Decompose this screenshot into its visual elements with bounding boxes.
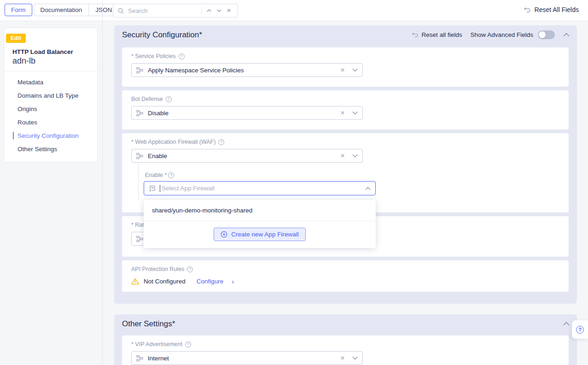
help-icon[interactable]: ? — [166, 96, 172, 102]
chevron-down-icon[interactable] — [352, 154, 358, 158]
bot-defense-label-row: Bot Defense ? — [131, 96, 172, 102]
branch-icon — [136, 67, 143, 74]
vip-advertisement-label: * VIP Advertisement — [131, 341, 182, 347]
sidebar-item-security-configuration[interactable]: Security Configuration — [4, 129, 97, 142]
search-close-icon[interactable]: ✕ — [224, 7, 233, 14]
clear-icon[interactable]: ✕ — [340, 153, 345, 159]
sidebar-divider — [102, 0, 103, 365]
sidebar-item-other-settings[interactable]: Other Settings — [4, 142, 97, 156]
object-nav-card: Edit HTTP Load Balancer adn-lb Metadata … — [4, 28, 98, 162]
service-policies-select[interactable]: Apply Namespace Service Policies ✕ — [131, 63, 363, 77]
help-button[interactable]: ? — [572, 320, 588, 339]
clear-icon[interactable]: ✕ — [340, 355, 345, 361]
toggle-knob — [539, 31, 546, 38]
app-firewall-label-row: Enable * ? — [145, 172, 174, 178]
help-icon: ? — [576, 326, 584, 334]
tab-group: Documentation JSON — [34, 4, 119, 16]
http-lb-edit-page: Form Documentation JSON Search ✕ — [0, 0, 588, 365]
nested-field-connector — [138, 163, 139, 200]
help-icon[interactable]: ? — [168, 172, 174, 178]
object-type-title: HTTP Load Balancer — [12, 48, 73, 55]
tab-form[interactable]: Form — [5, 4, 32, 16]
undo-icon — [412, 32, 419, 38]
reset-section-label: Reset all fields — [422, 31, 462, 38]
app-firewall-select[interactable]: Select App Firewall — [144, 181, 376, 195]
other-settings-title: Other Settings* — [122, 319, 175, 329]
help-icon[interactable]: ? — [185, 341, 191, 347]
bot-defense-select[interactable]: Disable ✕ — [131, 106, 363, 120]
create-app-firewall-label: Create new App Firewall — [231, 231, 298, 238]
warning-icon — [131, 278, 139, 285]
chevron-up-icon[interactable] — [365, 187, 371, 190]
form-add-icon — [149, 185, 156, 192]
text-cursor — [160, 185, 160, 192]
sidebar-item-routes[interactable]: Routes — [4, 116, 97, 129]
tab-documentation[interactable]: Documentation — [34, 4, 89, 16]
search-input[interactable]: Search ✕ — [113, 4, 238, 18]
advanced-fields-label: Show Advanced Fields — [470, 31, 533, 38]
search-next-icon[interactable] — [214, 8, 224, 13]
api-protection-status-row: Not Configured Configure › — [131, 278, 234, 285]
branch-icon — [136, 355, 143, 362]
search-prev-icon[interactable] — [204, 8, 214, 13]
configure-link[interactable]: Configure — [197, 278, 224, 285]
reset-all-fields-label: Reset All Fields — [535, 6, 579, 13]
branch-icon — [136, 110, 143, 117]
advanced-fields-control: Show Advanced Fields — [470, 30, 555, 39]
branch-icon — [136, 235, 143, 242]
app-firewall-dropdown: shared/yun-demo-monitoring-shared Create… — [144, 200, 376, 248]
undo-icon — [524, 6, 531, 13]
reset-section-button[interactable]: Reset all fields — [412, 31, 462, 38]
help-icon[interactable]: ? — [187, 266, 193, 272]
reset-all-fields-button[interactable]: Reset All Fields — [524, 6, 579, 13]
branch-icon — [136, 153, 143, 159]
sidebar-item-metadata[interactable]: Metadata — [4, 76, 97, 89]
waf-label: * Web Application Firewall (WAF) — [131, 139, 215, 145]
chevron-down-icon[interactable] — [352, 111, 358, 115]
dropdown-footer: Create new App Firewall — [144, 221, 376, 247]
api-protection-status: Not Configured — [144, 278, 186, 285]
waf-value: Enable — [148, 153, 340, 159]
waf-select[interactable]: Enable ✕ — [131, 149, 363, 163]
create-app-firewall-button[interactable]: Create new App Firewall — [214, 228, 305, 241]
help-icon[interactable]: ? — [218, 139, 224, 145]
search-placeholder: Search — [128, 7, 199, 14]
chevron-down-icon[interactable] — [352, 356, 358, 360]
search-icon — [117, 7, 124, 14]
other-settings-section: Other Settings* * VIP Advertisement ? In… — [114, 314, 577, 365]
help-icon[interactable]: ? — [179, 53, 185, 59]
vip-advertisement-card: * VIP Advertisement ? Internet ✕ — [122, 336, 569, 365]
clear-icon[interactable]: ✕ — [340, 67, 345, 73]
security-section-title: Security Configuration* — [122, 30, 202, 40]
edit-badge: Edit — [6, 34, 26, 43]
service-policies-label-row: * Service Policies ? — [131, 53, 185, 59]
chevron-right-icon[interactable]: › — [232, 278, 234, 285]
vip-advertisement-select[interactable]: Internet ✕ — [131, 351, 363, 365]
service-policies-value: Apply Namespace Service Policies — [148, 67, 340, 74]
security-header-controls: Reset all fields Show Advanced Fields — [412, 30, 570, 39]
security-configuration-section: Security Configuration* Reset all fields… — [114, 25, 577, 304]
search-divider — [202, 7, 202, 14]
dropdown-option[interactable]: shared/yun-demo-monitoring-shared — [144, 200, 376, 221]
collapse-section-icon[interactable] — [563, 33, 570, 37]
other-settings-header-controls — [563, 322, 570, 326]
app-firewall-placeholder: Select App Firewall — [162, 185, 365, 192]
bot-defense-label: Bot Defense — [131, 96, 163, 102]
chevron-down-icon[interactable] — [352, 68, 358, 72]
service-policies-label: * Service Policies — [131, 53, 176, 59]
sidebar-item-domains-lb-type[interactable]: Domains and LB Type — [4, 89, 97, 102]
clear-icon[interactable]: ✕ — [340, 110, 345, 116]
advanced-fields-toggle[interactable] — [538, 30, 555, 39]
collapse-section-icon[interactable] — [563, 322, 570, 326]
vip-advertisement-value: Internet — [148, 355, 340, 362]
waf-label-row: * Web Application Firewall (WAF) ? — [131, 139, 224, 145]
object-name: adn-lb — [12, 56, 35, 66]
sidebar-card-divider — [4, 71, 97, 71]
vip-label-row: * VIP Advertisement ? — [131, 341, 191, 347]
sidebar-item-origins[interactable]: Origins — [4, 102, 97, 116]
section-nav: Metadata Domains and LB Type Origins Rou… — [4, 76, 97, 156]
app-firewall-enable-label: Enable * — [145, 172, 167, 178]
plus-circle-icon — [221, 231, 227, 238]
service-policies-card: * Service Policies ? Apply Namespace Ser… — [122, 47, 569, 87]
api-protection-card: API Protection Rules ? Not Configured Co… — [122, 260, 569, 292]
